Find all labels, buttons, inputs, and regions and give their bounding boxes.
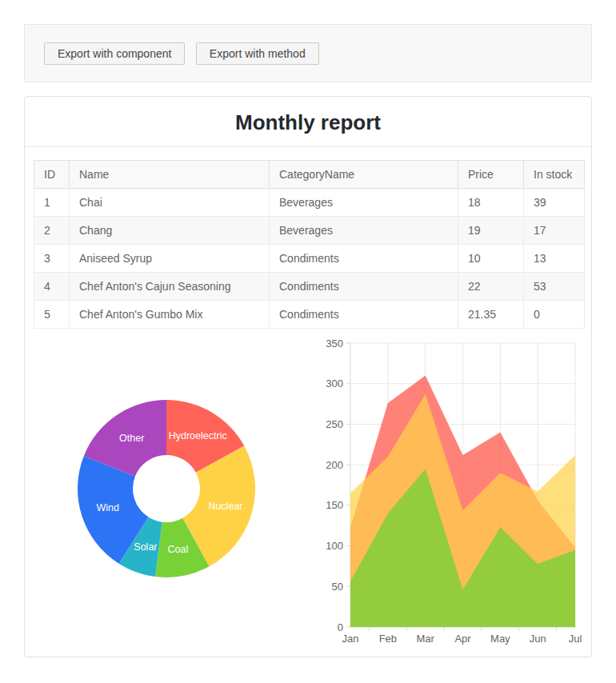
title-divider	[25, 146, 591, 147]
column-header-in-stock: In stock	[524, 161, 585, 189]
table-cell: 22	[458, 273, 524, 301]
table-cell: 17	[524, 217, 585, 245]
donut-label-other: Other	[119, 433, 144, 444]
table-row: 1ChaiBeverages1839	[34, 189, 585, 217]
table-row: 2ChangBeverages1917	[34, 217, 585, 245]
area-chart: 050100150200250300350JanFebMarAprMayJunJ…	[314, 334, 586, 645]
table-row: 4Chef Anton's Cajun SeasoningCondiments2…	[34, 273, 585, 301]
area-chart-svg: 050100150200250300350JanFebMarAprMayJunJ…	[314, 334, 586, 645]
y-axis-label-200: 200	[326, 459, 343, 471]
table-cell: Chai	[70, 189, 270, 217]
table-cell: 10	[458, 245, 524, 273]
table-body: 1ChaiBeverages18392ChangBeverages19173An…	[34, 189, 585, 329]
column-header-name: Name	[70, 161, 270, 189]
table-cell: Aniseed Syrup	[70, 245, 270, 273]
table-cell: Condiments	[270, 245, 458, 273]
x-axis-label-feb: Feb	[379, 633, 397, 645]
y-axis-label-100: 100	[326, 540, 343, 552]
column-header-id: ID	[34, 161, 70, 189]
donut-label-nuclear: Nuclear	[208, 501, 242, 512]
y-axis-label-350: 350	[326, 338, 343, 349]
export-toolbar: Export with component Export with method	[24, 24, 592, 82]
table-cell: 1	[34, 189, 70, 217]
export-with-method-button[interactable]: Export with method	[196, 42, 319, 65]
report-card: Monthly report IDNameCategoryNamePriceIn…	[24, 96, 592, 657]
product-grid: IDNameCategoryNamePriceIn stock 1ChaiBev…	[34, 160, 582, 329]
table-cell: Beverages	[270, 189, 458, 217]
table-cell: 13	[524, 245, 585, 273]
table-cell: Chang	[70, 217, 270, 245]
table-cell: Chef Anton's Gumbo Mix	[70, 301, 270, 329]
table-cell: 5	[34, 301, 70, 329]
table-cell: 18	[458, 189, 524, 217]
y-axis-label-250: 250	[326, 418, 343, 430]
table-cell: 21.35	[458, 301, 524, 329]
table-cell: 0	[524, 301, 585, 329]
donut-label-wind: Wind	[97, 502, 120, 513]
donut-chart-svg: HydroelectricNuclearCoalSolarWindOther	[26, 334, 314, 645]
report-table: IDNameCategoryNamePriceIn stock 1ChaiBev…	[34, 160, 585, 329]
table-cell: 2	[34, 217, 70, 245]
y-axis-label-150: 150	[326, 499, 343, 511]
x-axis-label-apr: Apr	[454, 633, 471, 645]
table-row: 5Chef Anton's Gumbo MixCondiments21.350	[34, 301, 585, 329]
y-axis-label-300: 300	[326, 377, 343, 389]
export-with-component-button[interactable]: Export with component	[44, 42, 185, 65]
table-cell: 4	[34, 273, 70, 301]
table-row: 3Aniseed SyrupCondiments1013	[34, 245, 585, 273]
donut-chart: HydroelectricNuclearCoalSolarWindOther	[26, 334, 314, 645]
donut-label-hydroelectric: Hydroelectric	[169, 430, 227, 441]
x-axis-label-jun: Jun	[530, 633, 546, 645]
x-axis-label-may: May	[490, 633, 510, 645]
y-axis-label-50: 50	[332, 581, 343, 593]
table-cell: 3	[34, 245, 70, 273]
table-header-row: IDNameCategoryNamePriceIn stock	[34, 161, 585, 189]
table-cell: Condiments	[270, 273, 458, 301]
x-axis-label-jan: Jan	[342, 633, 359, 645]
table-cell: Chef Anton's Cajun Seasoning	[70, 273, 270, 301]
x-axis-label-mar: Mar	[416, 633, 434, 645]
x-axis-label-jul: Jul	[569, 633, 582, 645]
column-header-categoryname: CategoryName	[270, 161, 458, 189]
donut-label-solar: Solar	[134, 541, 157, 553]
table-cell: 53	[524, 273, 585, 301]
table-cell: 19	[458, 217, 524, 245]
page-title: Monthly report	[25, 110, 591, 135]
y-axis-label-0: 0	[338, 621, 343, 633]
charts-row: HydroelectricNuclearCoalSolarWindOther 0…	[25, 334, 591, 645]
table-cell: Condiments	[270, 301, 458, 329]
donut-label-coal: Coal	[168, 544, 189, 555]
table-cell: Beverages	[270, 217, 458, 245]
column-header-price: Price	[458, 161, 524, 189]
table-cell: 39	[524, 189, 585, 217]
